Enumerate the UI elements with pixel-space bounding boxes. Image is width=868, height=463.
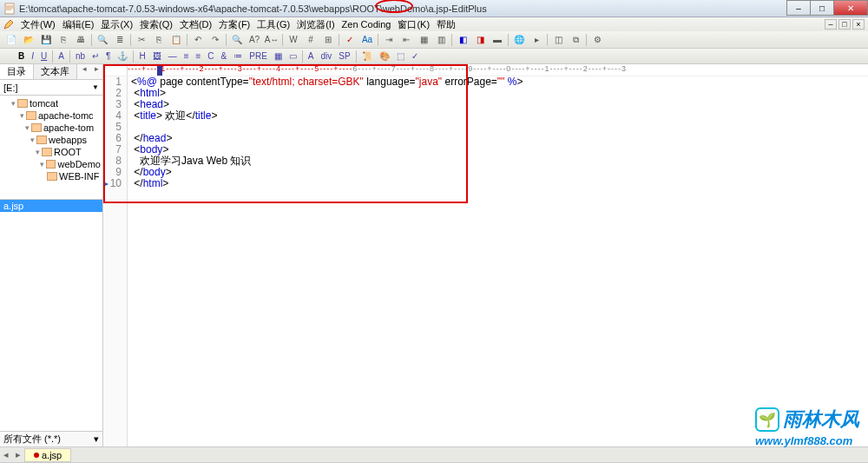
tree-item[interactable]: ▾apache-tom — [0, 122, 102, 134]
drive-selector[interactable]: [E:] ▼ — [0, 80, 102, 96]
anchor-button[interactable]: ⚓ — [115, 50, 130, 63]
tree-item[interactable]: ▾apache-tomc — [0, 109, 102, 122]
document-tab[interactable]: a.jsp — [24, 448, 71, 462]
separator — [69, 50, 70, 63]
bookmark-icon[interactable]: ◧ — [455, 33, 470, 47]
doc-icon[interactable]: ≣ — [112, 33, 128, 47]
doc-restore-button[interactable]: □ — [838, 19, 851, 30]
document-tabs: ◂ ▸ a.jsp — [0, 446, 868, 462]
pre-button[interactable]: PRE — [247, 50, 270, 63]
font-button[interactable]: A — [56, 50, 67, 63]
menu-help[interactable]: 帮助 — [433, 18, 459, 31]
undo-icon[interactable]: ↶ — [190, 33, 206, 47]
doc-close-button[interactable]: × — [852, 19, 865, 30]
menu-document[interactable]: 文档(D) — [176, 18, 215, 31]
text-button[interactable]: A — [306, 50, 317, 63]
form-button[interactable]: ▭ — [286, 50, 299, 63]
tree-item[interactable]: ▾tomcat — [0, 97, 102, 109]
close-button[interactable]: ✕ — [833, 0, 868, 16]
save-icon[interactable]: 💾 — [38, 33, 54, 47]
redo-icon[interactable]: ↷ — [207, 33, 223, 47]
settings-icon[interactable]: ⚙ — [589, 33, 605, 47]
highlight-icon[interactable]: Aa — [359, 33, 375, 47]
outdent-icon[interactable]: ⇤ — [398, 33, 414, 47]
menu-browser[interactable]: 浏览器(I) — [293, 18, 338, 31]
left-button[interactable]: ≡ — [181, 50, 192, 63]
nextbm-icon[interactable]: ◨ — [472, 33, 488, 47]
span-button[interactable]: SP — [336, 50, 352, 63]
code-editor[interactable]: 12345678910 <%@ page contentType="text/h… — [103, 76, 868, 446]
sidebar-prev-icon[interactable]: ◂ — [78, 64, 90, 79]
char-button[interactable]: & — [219, 50, 230, 63]
tile-icon[interactable]: ◫ — [550, 33, 566, 47]
tree-item[interactable]: WEB-INF — [0, 170, 102, 182]
style-button[interactable]: 🎨 — [377, 50, 392, 63]
code-content[interactable]: <%@ page contentType="text/html; charset… — [128, 76, 868, 446]
spell-icon[interactable]: ✓ — [342, 33, 358, 47]
tree-item[interactable]: ▾ROOT — [0, 146, 102, 158]
indent-icon[interactable]: ⇥ — [381, 33, 397, 47]
tab-cliptext[interactable]: 文本库 — [34, 64, 77, 79]
list-button[interactable]: ≔ — [231, 50, 245, 63]
globe-icon[interactable]: 🌐 — [511, 33, 527, 47]
column-icon[interactable]: ▥ — [433, 33, 449, 47]
watermark: 🌱 雨林木风 www.ylmf888.com — [755, 407, 859, 447]
panel-icon[interactable]: ▬ — [490, 33, 505, 47]
para-button[interactable]: ¶ — [103, 50, 113, 63]
findnext-icon[interactable]: A? — [247, 33, 262, 47]
open-icon[interactable]: 📂 — [21, 33, 36, 47]
find-icon[interactable]: 🔍 — [229, 33, 245, 47]
nbsp-button[interactable]: nb — [73, 50, 88, 63]
image-button[interactable]: 🖼 — [150, 50, 164, 63]
arrow-icon[interactable]: ▸ — [529, 33, 544, 47]
wordwrap-icon[interactable]: W — [286, 33, 301, 47]
table-button[interactable]: ▦ — [272, 50, 285, 63]
bold-button[interactable]: B — [16, 50, 27, 63]
sidebar-next-icon[interactable]: ▸ — [90, 64, 102, 79]
new-icon[interactable]: 📄 — [3, 33, 19, 47]
tree-item[interactable]: ▾webapps — [0, 134, 102, 146]
doc-minimize-button[interactable]: – — [825, 19, 837, 30]
linenumber-icon[interactable]: # — [303, 33, 319, 47]
hr-button[interactable]: — — [166, 50, 180, 63]
tree-item[interactable]: ▾webDemo — [0, 158, 102, 170]
script-button[interactable]: 📜 — [359, 50, 375, 63]
tab-next-icon[interactable]: ▸ — [12, 449, 24, 460]
print-icon[interactable]: 🖶 — [73, 33, 89, 47]
ruler-icon[interactable]: ⊞ — [320, 33, 336, 47]
cut-icon[interactable]: ✂ — [134, 33, 149, 47]
break-button[interactable]: ↵ — [89, 50, 102, 63]
menu-project[interactable]: 方案(F) — [215, 18, 253, 31]
menu-edit[interactable]: 编辑(E) — [59, 18, 98, 31]
maximize-button[interactable]: □ — [810, 0, 834, 16]
menu-tools[interactable]: 工具(G) — [253, 18, 293, 31]
html-toolbar: B I U A nb ↵ ¶ ⚓ H 🖼 — ≡ ≡ C & ≔ PRE ▦ ▭… — [0, 49, 868, 64]
minimize-button[interactable]: – — [786, 0, 811, 16]
cascade-icon[interactable]: ⧉ — [568, 33, 583, 47]
copy-icon[interactable]: ⎘ — [151, 33, 167, 47]
window-controls: – □ ✕ — [787, 0, 868, 16]
menu-window[interactable]: 窗口(K) — [394, 18, 433, 31]
tab-prev-icon[interactable]: ◂ — [0, 449, 12, 460]
heading-button[interactable]: H — [136, 50, 148, 63]
center-button[interactable]: ≡ — [194, 50, 204, 63]
check-button[interactable]: ✓ — [409, 50, 421, 63]
comment-button[interactable]: C — [205, 50, 216, 63]
menu-search[interactable]: 搜索(Q) — [136, 18, 176, 31]
file-filter[interactable]: 所有文件 (*.*) ▾ — [0, 431, 102, 446]
menu-zen[interactable]: Zen Coding — [339, 19, 395, 30]
menu-view[interactable]: 显示(X) — [97, 18, 136, 31]
div-button[interactable]: div — [318, 50, 334, 63]
underline-button[interactable]: U — [38, 50, 49, 63]
separator — [547, 34, 548, 46]
tab-directory[interactable]: 目录 — [0, 64, 34, 79]
list-item[interactable]: a.jsp — [0, 200, 102, 212]
object-button[interactable]: ⬚ — [394, 50, 407, 63]
menu-file[interactable]: 文件(W) — [17, 18, 59, 31]
paste-icon[interactable]: 📋 — [168, 33, 184, 47]
replace-icon[interactable]: A↔ — [264, 33, 279, 47]
preview-icon[interactable]: 🔍 — [95, 33, 110, 47]
block-icon[interactable]: ▦ — [416, 33, 431, 47]
italic-button[interactable]: I — [29, 50, 36, 63]
saveall-icon[interactable]: ⎘ — [56, 33, 71, 47]
